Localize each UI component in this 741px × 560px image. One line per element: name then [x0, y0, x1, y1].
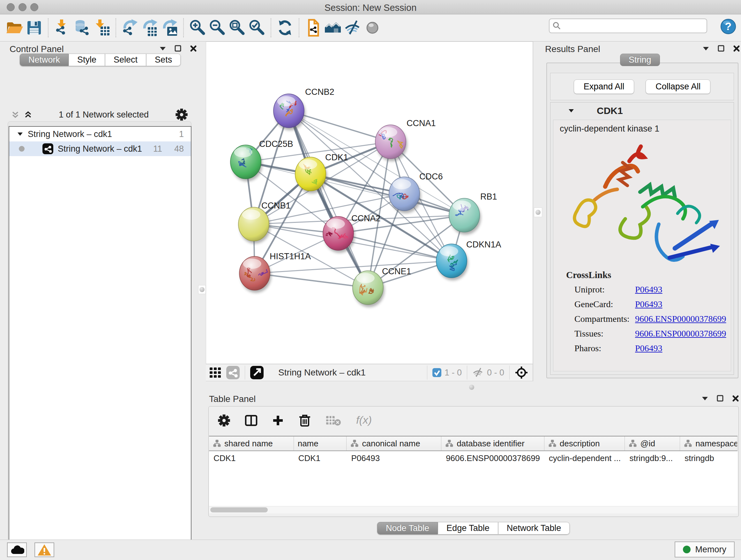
table-cell[interactable]: cyclin-dependent ... — [544, 451, 625, 465]
table-cell[interactable]: CDK1 — [209, 451, 294, 465]
table-cell[interactable]: 9606.ENSP00000378699 — [441, 451, 544, 465]
import-table-file-icon[interactable] — [92, 17, 112, 38]
collapse-all-icon[interactable] — [11, 110, 19, 119]
tab-network[interactable]: Network — [20, 54, 69, 66]
crosslink-link[interactable]: P06493 — [635, 343, 663, 354]
table-horizontal-scrollbar[interactable] — [209, 506, 738, 513]
network-overview-icon[interactable] — [226, 366, 240, 379]
left-splitter[interactable] — [198, 42, 206, 540]
panel-menu-caret-icon[interactable] — [701, 395, 709, 402]
table-cell[interactable]: stringdb — [680, 451, 738, 465]
zoom-in-icon[interactable] — [188, 17, 207, 38]
tab-edge-table[interactable]: Edge Table — [438, 522, 498, 535]
right-splitter-handle[interactable] — [534, 207, 542, 217]
column-header-description[interactable]: description — [544, 436, 625, 450]
network-node-CCNA1[interactable] — [373, 125, 407, 161]
network-node-RB1[interactable] — [449, 198, 481, 235]
panel-menu-caret-icon[interactable] — [159, 45, 166, 52]
new-network-from-selection-icon[interactable] — [303, 17, 323, 38]
import-network-file-icon[interactable] — [52, 17, 72, 38]
collapse-all-button[interactable]: Collapse All — [646, 79, 711, 94]
table-row[interactable]: CDK1CDK1P064939606.ENSP00000378699cyclin… — [209, 451, 738, 465]
tree-collapse-caret-icon[interactable] — [17, 131, 23, 137]
open-session-icon[interactable] — [4, 17, 24, 38]
network-node-CDKN1A[interactable] — [436, 244, 468, 280]
column-header-name[interactable]: name — [294, 436, 347, 450]
panel-close-icon[interactable] — [732, 395, 739, 402]
column-header-canonical-name[interactable]: canonical name — [347, 436, 441, 450]
network-node-CCNA2[interactable] — [323, 216, 355, 253]
cloud-status-button[interactable] — [7, 543, 27, 557]
column-header-shared-name[interactable]: shared name — [209, 436, 294, 450]
zoom-fit-icon[interactable] — [227, 17, 247, 38]
show-hide-graphics-icon[interactable] — [323, 17, 343, 38]
network-tree-child-row[interactable]: String Network – cdk1 11 48 — [9, 141, 191, 156]
crosslink-link[interactable]: P06493 — [635, 299, 663, 309]
network-node-CCNE1[interactable] — [353, 271, 385, 307]
horizontal-splitter[interactable] — [206, 381, 741, 393]
memory-button[interactable]: Memory — [675, 542, 735, 557]
export-table-icon[interactable] — [140, 17, 159, 38]
panel-menu-caret-icon[interactable] — [702, 45, 710, 52]
network-node-HIST1H1A[interactable] — [239, 256, 271, 293]
table-cell[interactable]: stringdb:9... — [625, 451, 680, 465]
column-header--id[interactable]: @id — [625, 436, 680, 450]
selected-checkbox-icon[interactable] — [432, 368, 441, 377]
panel-float-icon[interactable] — [174, 45, 182, 52]
export-network-icon[interactable] — [120, 17, 140, 38]
table-cell[interactable]: P06493 — [347, 451, 441, 465]
network-node-CDK1[interactable] — [295, 157, 327, 193]
panel-close-icon[interactable] — [190, 45, 197, 52]
left-splitter-handle[interactable] — [198, 285, 206, 294]
add-column-icon[interactable] — [272, 415, 284, 427]
zoom-out-icon[interactable] — [207, 17, 227, 38]
crosslink-link[interactable]: 9606.ENSP00000378699 — [635, 314, 726, 324]
grid-view-icon[interactable] — [209, 366, 222, 379]
network-tree-root-row[interactable]: String Network – cdk1 1 — [9, 127, 191, 141]
tab-network-table[interactable]: Network Table — [498, 522, 570, 535]
search-box[interactable] — [549, 18, 707, 33]
detach-view-icon[interactable] — [250, 366, 264, 379]
refresh-icon[interactable] — [275, 17, 295, 38]
tab-sets[interactable]: Sets — [146, 54, 181, 66]
show-all-icon[interactable] — [362, 17, 382, 38]
network-edge[interactable] — [255, 261, 452, 273]
export-image-icon[interactable] — [159, 17, 179, 38]
tab-style[interactable]: Style — [69, 54, 105, 66]
panel-float-icon[interactable] — [717, 395, 724, 402]
column-header-namespace[interactable]: namespace — [680, 436, 738, 450]
save-session-icon[interactable] — [24, 17, 44, 38]
help-button[interactable]: ? — [720, 18, 736, 35]
table-settings-gear-icon[interactable] — [218, 414, 230, 427]
network-edge[interactable] — [255, 273, 368, 288]
network-options-gear-icon[interactable] — [175, 108, 188, 121]
network-node-CDC25B[interactable] — [230, 145, 262, 181]
network-graph[interactable]: CCNB2 CCNA1 CDC25B CDK1 CDC6 RB1 CCNB1 — [206, 42, 533, 364]
expand-all-button[interactable]: Expand All — [574, 79, 634, 94]
panel-close-icon[interactable] — [733, 45, 740, 52]
zoom-selected-icon[interactable] — [247, 17, 267, 38]
import-network-database-icon[interactable] — [72, 17, 92, 38]
horizontal-splitter-handle[interactable] — [469, 385, 474, 390]
crosslink-link[interactable]: 9606.ENSP00000378699 — [635, 328, 726, 339]
right-splitter[interactable] — [533, 42, 543, 381]
show-columns-icon[interactable] — [245, 414, 258, 427]
table-scrollbar-thumb[interactable] — [210, 507, 268, 512]
tab-string[interactable]: String — [620, 54, 660, 66]
panel-float-icon[interactable] — [718, 45, 725, 52]
delete-column-icon[interactable] — [298, 414, 312, 428]
tab-select[interactable]: Select — [105, 54, 146, 66]
tab-node-table[interactable]: Node Table — [377, 522, 438, 535]
hidden-eye-icon[interactable] — [472, 367, 484, 378]
network-node-CCNB2[interactable] — [273, 94, 306, 130]
birdseye-nav-icon[interactable] — [515, 366, 528, 379]
column-header-database-identifier[interactable]: database identifier — [441, 436, 544, 450]
table-cell[interactable]: CDK1 — [294, 451, 347, 465]
network-canvas[interactable]: CCNB2 CCNA1 CDC25B CDK1 CDC6 RB1 CCNB1 — [206, 42, 533, 364]
entry-collapse-caret-icon[interactable] — [568, 108, 575, 114]
warnings-button[interactable] — [35, 543, 54, 557]
search-input[interactable] — [561, 21, 706, 31]
expand-all-icon[interactable] — [24, 110, 32, 119]
crosslink-link[interactable]: P06493 — [635, 285, 663, 295]
node-result-header[interactable]: CDK1 — [550, 103, 734, 119]
